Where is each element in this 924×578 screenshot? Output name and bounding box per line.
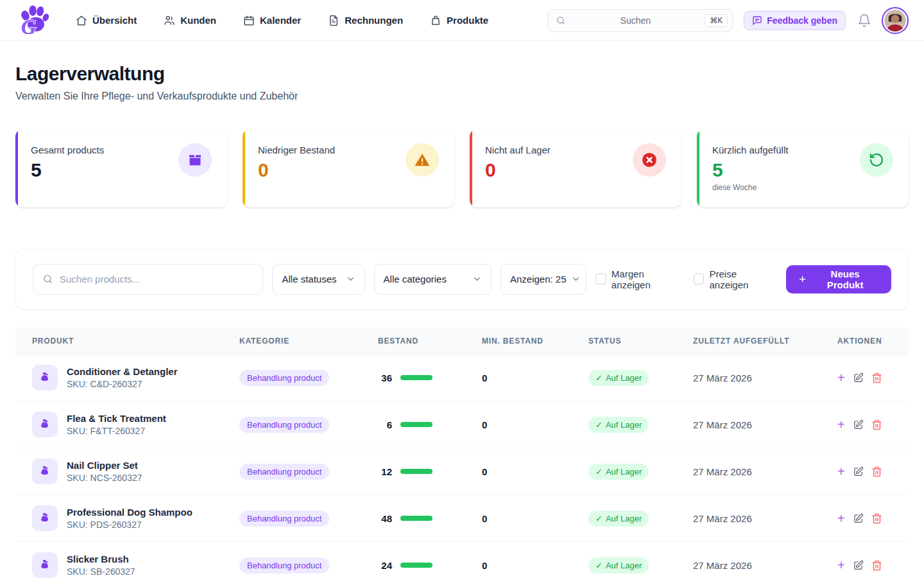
restocked-date: 27 März 2026: [693, 372, 837, 383]
new-product-button[interactable]: + Neues Produkt: [786, 265, 891, 293]
bag-icon: [430, 15, 441, 26]
product-search[interactable]: [33, 264, 263, 295]
package-icon: [187, 152, 203, 168]
stock-bar: [400, 375, 432, 380]
table-row: Nail Clipper Set SKU: NCS-260327 Behandl…: [15, 448, 909, 495]
product-sku: SKU: SB-260327: [67, 566, 135, 577]
stock-cell: 12: [378, 466, 482, 477]
category-filter-select[interactable]: Alle categories: [374, 264, 492, 295]
stock-value: 12: [378, 466, 392, 477]
stock-cell: 48: [378, 513, 482, 524]
col-min-bestand: MIN. BESTAND: [482, 337, 588, 346]
show-margins-checkbox[interactable]: Margen anzeigen: [595, 268, 685, 290]
delete-button[interactable]: [871, 372, 882, 383]
show-prices-checkbox[interactable]: Preise anzeigen: [694, 268, 777, 290]
stat-icon-wrap: [860, 143, 893, 177]
status-label: Auf Lager: [606, 467, 642, 477]
feedback-button-label: Feedback geben: [767, 15, 837, 26]
edit-button[interactable]: [853, 372, 864, 383]
feedback-button[interactable]: Feedback geben: [744, 11, 846, 30]
stat-icon-wrap: [406, 143, 439, 177]
paw-logo-icon: G: [17, 3, 51, 38]
stock-cell: 36: [378, 372, 482, 383]
stock-bar: [400, 469, 432, 474]
min-stock-value: 0: [482, 372, 588, 383]
status-filter-select[interactable]: Alle statuses: [272, 264, 364, 295]
checkbox-box[interactable]: [595, 274, 606, 285]
edit-icon: [853, 419, 864, 430]
restock-button[interactable]: +: [837, 559, 845, 572]
stock-bar: [400, 516, 432, 521]
delete-button[interactable]: [871, 419, 882, 430]
status-badge: ✓ Auf Lager: [588, 417, 649, 433]
nav-label: Kalender: [260, 15, 301, 26]
page-subtitle: Verwalten Sie Ihre Pflege- und Verkaufsp…: [15, 91, 909, 102]
user-avatar[interactable]: [882, 7, 909, 34]
restock-button[interactable]: +: [837, 465, 845, 478]
trash-icon: [871, 513, 882, 524]
product-cell: Professional Dog Shampoo SKU: PDS-260327: [32, 505, 239, 531]
bottle-icon: [38, 559, 51, 572]
nav-item-uebersicht[interactable]: Übersicht: [76, 15, 137, 26]
product-cell: Slicker Brush SKU: SB-260327: [32, 552, 239, 578]
category-cell: Behandlung product: [239, 464, 378, 480]
col-produkt: PRODUKT: [32, 337, 239, 346]
app-logo[interactable]: G: [15, 2, 53, 39]
product-thumb: [32, 459, 58, 484]
nav-item-rechnungen[interactable]: Rechnungen: [328, 15, 403, 26]
edit-icon: [853, 466, 864, 477]
stock-bar: [400, 422, 432, 427]
status-label: Auf Lager: [606, 514, 642, 523]
delete-button[interactable]: [871, 466, 882, 477]
table-body: Conditioner & Detangler SKU: C&D-260327 …: [15, 355, 909, 578]
page-size-select[interactable]: Anzeigen: 25: [501, 264, 586, 295]
col-zuletzt-aufgefuellt: ZULETZT AUFGEFÜLLT: [693, 337, 837, 346]
nav-item-kalender[interactable]: Kalender: [243, 15, 301, 26]
category-cell: Behandlung product: [239, 370, 378, 386]
product-cell: Flea & Tick Treatment SKU: F&TT-260327: [32, 412, 239, 437]
checkbox-box[interactable]: [694, 274, 705, 285]
product-sku: SKU: F&TT-260327: [67, 426, 166, 436]
edit-button[interactable]: [853, 513, 864, 524]
restock-button[interactable]: +: [837, 418, 845, 431]
delete-button[interactable]: [871, 513, 882, 524]
product-thumb: [32, 412, 58, 437]
category-cell: Behandlung product: [239, 511, 378, 527]
global-search-input[interactable]: [566, 15, 705, 26]
col-bestand: BESTAND: [378, 337, 482, 346]
nav-label: Rechnungen: [345, 15, 403, 26]
show-prices-label: Preise anzeigen: [709, 268, 777, 290]
product-cell: Nail Clipper Set SKU: NCS-260327: [32, 459, 239, 484]
nav-item-kunden[interactable]: Kunden: [164, 15, 216, 26]
edit-button[interactable]: [853, 466, 864, 477]
edit-button[interactable]: [853, 419, 864, 430]
nav-item-produkte[interactable]: Produkte: [430, 15, 488, 26]
page-size-value: Anzeigen: 25: [510, 274, 567, 285]
notifications-button[interactable]: [857, 13, 871, 28]
col-status: STATUS: [588, 337, 693, 346]
table-row: Flea & Tick Treatment SKU: F&TT-260327 B…: [15, 401, 909, 448]
chat-bubble-icon: [752, 15, 762, 26]
restocked-date: 27 März 2026: [693, 419, 837, 430]
edit-button[interactable]: [853, 560, 864, 571]
edit-icon: [853, 560, 864, 571]
restocked-date: 27 März 2026: [693, 560, 837, 571]
delete-button[interactable]: [871, 560, 882, 571]
restocked-date: 27 März 2026: [693, 513, 837, 524]
restock-button[interactable]: +: [837, 512, 845, 525]
stat-card-recently-restocked: Kürzlich aufgefüllt 5 diese Woche: [697, 129, 909, 207]
bell-icon: [857, 13, 871, 28]
search-shortcut-badge: ⌘K: [705, 14, 728, 27]
chevron-down-icon: [571, 274, 581, 284]
product-thumb: [32, 505, 58, 531]
actions-cell: +: [837, 418, 892, 431]
status-cell: ✓ Auf Lager: [588, 370, 693, 386]
product-name: Flea & Tick Treatment: [67, 413, 166, 424]
category-cell: Behandlung product: [239, 417, 378, 433]
check-icon: ✓: [595, 561, 603, 570]
product-search-input[interactable]: [60, 274, 253, 285]
global-search[interactable]: ⌘K: [547, 9, 733, 32]
restock-button[interactable]: +: [837, 371, 845, 384]
show-margins-label: Margen anzeigen: [612, 268, 685, 290]
check-icon: ✓: [595, 373, 603, 383]
